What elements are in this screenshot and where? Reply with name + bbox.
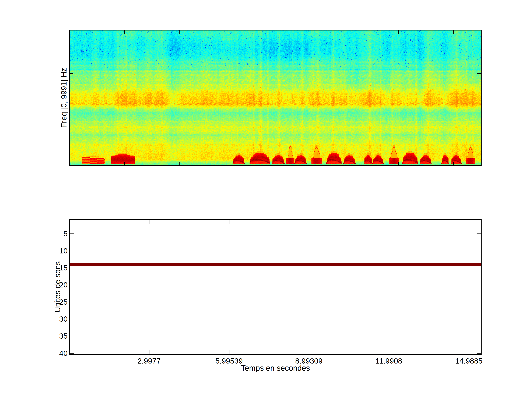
x-tick-label: 8.99309 — [295, 356, 323, 365]
x-tick — [149, 350, 149, 354]
x-tick-label: 5.99539 — [215, 356, 243, 365]
x-tick — [309, 350, 309, 354]
spectrogram-axes — [69, 30, 481, 166]
y-tick — [477, 268, 481, 268]
y-tick — [477, 302, 481, 302]
x-tick — [229, 220, 229, 224]
y-tick — [477, 319, 481, 319]
spectrogram-x-tick — [70, 162, 70, 165]
y-tick — [70, 336, 74, 336]
spectrogram-x-tick — [398, 162, 399, 165]
y-tick-label: 5 — [34, 229, 68, 238]
spectrogram-x-tick — [289, 31, 289, 34]
spectrogram-x-tick — [289, 162, 289, 165]
spectrogram-x-tick — [453, 162, 454, 165]
x-tick-label: 14.9885 — [455, 356, 482, 365]
spectrogram-x-tick — [344, 162, 344, 165]
x-tick — [389, 220, 389, 224]
y-tick — [70, 319, 74, 319]
spectrogram-y-tick — [70, 43, 73, 43]
y-tick-label: 20 — [34, 280, 68, 289]
y-tick-label: 35 — [34, 332, 68, 341]
y-tick-label: 25 — [34, 298, 68, 306]
y-tick — [477, 251, 481, 251]
spectrogram-x-tick — [344, 31, 344, 34]
spectrogram-x-tick — [398, 31, 399, 34]
y-tick — [70, 268, 74, 268]
x-tick — [309, 220, 309, 224]
y-tick — [477, 353, 481, 354]
line-plot-frame — [69, 219, 481, 355]
y-tick — [477, 285, 481, 285]
y-tick-label: 15 — [34, 263, 68, 272]
y-tick-label: 40 — [34, 349, 68, 358]
y-tick — [70, 285, 74, 285]
y-tick — [70, 353, 74, 354]
spectrogram-x-tick — [234, 31, 234, 34]
spectrogram-x-tick — [179, 31, 180, 34]
spectrogram-image — [69, 30, 481, 166]
spectrogram-x-tick — [453, 31, 454, 34]
y-tick-label: 30 — [34, 315, 68, 323]
spectrogram-y-tick — [477, 43, 481, 43]
spectrogram-y-tick — [70, 73, 73, 74]
x-tick — [469, 220, 469, 224]
y-tick — [70, 302, 74, 302]
spectrogram-ylabel: Freq [0, 9991] Hz — [60, 68, 68, 128]
x-tick — [389, 350, 389, 354]
spectrogram-y-tick — [70, 135, 73, 135]
y-tick — [477, 234, 481, 234]
spectrogram-y-tick — [477, 135, 481, 135]
y-tick — [70, 251, 74, 251]
sound-units-line — [69, 263, 481, 266]
matlab-figure: Freq [0, 9991] Hz Unites de sons Temps e… — [0, 0, 532, 399]
spectrogram-x-tick — [234, 162, 234, 165]
x-tick — [149, 220, 149, 224]
x-tick — [229, 350, 229, 354]
spectrogram-x-tick — [70, 31, 70, 34]
spectrogram-x-tick — [179, 162, 180, 165]
x-tick — [469, 350, 469, 354]
y-tick — [70, 234, 74, 234]
spectrogram-x-tick — [124, 31, 125, 34]
spectrogram-x-tick — [124, 162, 125, 165]
spectrogram-y-tick — [477, 104, 481, 104]
x-tick-label: 2.9977 — [137, 356, 160, 365]
y-tick-label: 10 — [34, 247, 68, 255]
spectrogram-y-tick — [477, 73, 481, 74]
x-tick-label: 11.9908 — [375, 356, 402, 365]
spectrogram-y-tick — [70, 104, 73, 104]
line-plot-axes — [69, 219, 481, 355]
y-tick — [477, 336, 481, 336]
